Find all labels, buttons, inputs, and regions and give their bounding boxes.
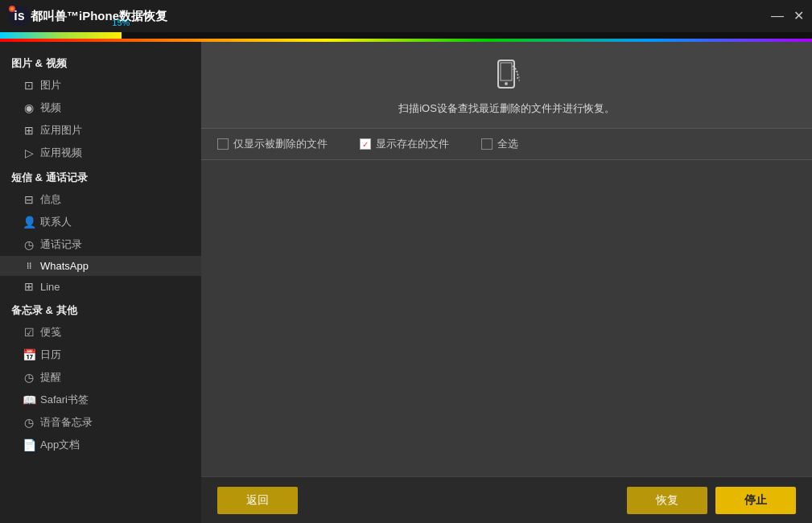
sidebar-item-safari[interactable]: 📖 Safari书签 [0, 389, 201, 411]
sidebar-item-app-photos[interactable]: ⊞ 应用图片 [0, 119, 201, 142]
sidebar-label-messages: 信息 [40, 192, 61, 207]
sidebar-item-notes[interactable]: ☑ 便笺 [0, 321, 201, 344]
sidebar-item-calls[interactable]: ◷ 通话记录 [0, 233, 201, 256]
sidebar-item-reminders[interactable]: ◷ 提醒 [0, 366, 201, 389]
checkbox-show-deleted[interactable] [217, 138, 229, 150]
option-show-deleted[interactable]: 仅显示被删除的文件 [217, 137, 328, 151]
sidebar-label-photos: 图片 [40, 78, 61, 93]
line-icon: ⊞ [23, 280, 35, 293]
option-select-all[interactable]: 全选 [481, 137, 518, 151]
restore-button[interactable]: 恢复 [627, 487, 707, 514]
notes-icon: ☑ [23, 326, 35, 339]
option-label-select-all: 全选 [497, 137, 518, 151]
close-button[interactable]: ✕ [793, 10, 804, 23]
app-logo: is [8, 5, 31, 27]
photos-icon: ⊡ [23, 79, 35, 92]
sidebar-label-voicememo: 语音备忘录 [40, 415, 93, 430]
option-label-show-existing: 显示存在的文件 [376, 137, 449, 151]
calls-icon: ◷ [23, 238, 35, 251]
scan-description: 扫描iOS设备查找最近删除的文件并进行恢复。 [217, 101, 796, 116]
sidebar-item-appdoc[interactable]: 📄 App文档 [0, 434, 201, 456]
sidebar-label-whatsapp: WhatsApp [40, 260, 89, 272]
option-label-show-deleted: 仅显示被删除的文件 [233, 137, 328, 151]
app-photos-icon: ⊞ [23, 124, 35, 137]
reminders-icon: ◷ [23, 371, 35, 384]
sidebar-category-notes: 备忘录 & 其他 [0, 297, 201, 321]
stop-button[interactable]: 停止 [715, 487, 796, 514]
svg-text:is: is [14, 9, 24, 23]
sidebar-item-voicememo[interactable]: ◷ 语音备忘录 [0, 411, 201, 434]
options-row: 仅显示被删除的文件 ✓ 显示存在的文件 全选 [201, 129, 812, 160]
sidebar-label-calendar: 日历 [40, 348, 61, 362]
svg-point-6 [505, 82, 508, 85]
bottom-bar: 返回 恢复 停止 [201, 476, 812, 523]
sidebar-category-messages: 短信 & 通话记录 [0, 164, 201, 188]
appdoc-icon: 📄 [23, 439, 35, 451]
content-area: 扫描iOS设备查找最近删除的文件并进行恢复。 仅显示被删除的文件 ✓ 显示存在的… [201, 42, 812, 523]
svg-point-3 [10, 7, 14, 10]
sidebar-label-reminders: 提醒 [40, 370, 61, 385]
contacts-icon: 👤 [23, 216, 35, 229]
progress-label: 15% [112, 18, 130, 27]
whatsapp-icon: ⁞⁞ [23, 261, 35, 271]
phone-scan-icon [487, 56, 527, 97]
app-videos-icon: ▷ [23, 146, 35, 159]
sidebar-item-calendar[interactable]: 📅 日历 [0, 344, 201, 366]
sidebar-label-contacts: 联系人 [40, 215, 72, 229]
scan-info: 扫描iOS设备查找最近删除的文件并进行恢复。 [201, 42, 812, 129]
sidebar-label-app-videos: 应用视频 [40, 146, 82, 160]
minimize-button[interactable]: — [771, 10, 784, 23]
sidebar-label-videos: 视频 [40, 101, 61, 115]
checkbox-select-all[interactable] [481, 138, 493, 150]
sidebar-item-videos[interactable]: ◉ 视频 [0, 97, 201, 119]
main-layout: 图片 & 视频 ⊡ 图片 ◉ 视频 ⊞ 应用图片 ▷ 应用视频 短信 & 通话记… [0, 42, 812, 523]
sidebar: 图片 & 视频 ⊡ 图片 ◉ 视频 ⊞ 应用图片 ▷ 应用视频 短信 & 通话记… [0, 42, 201, 523]
window-controls: — ✕ [771, 10, 804, 23]
back-button[interactable]: 返回 [217, 487, 298, 514]
sidebar-label-appdoc: App文档 [40, 438, 80, 452]
right-button-group: 恢复 停止 [627, 487, 796, 514]
app-title: 都叫兽™iPhone数据恢复 [31, 9, 167, 24]
sidebar-item-messages[interactable]: ⊟ 信息 [0, 188, 201, 211]
sidebar-item-line[interactable]: ⊞ Line [0, 276, 201, 297]
sidebar-item-contacts[interactable]: 👤 联系人 [0, 211, 201, 233]
progress-bar-fill: 15% [0, 32, 122, 39]
sidebar-label-safari: Safari书签 [40, 393, 89, 407]
svg-rect-5 [501, 63, 512, 80]
calendar-icon: 📅 [23, 348, 35, 361]
sidebar-label-notes: 便笺 [40, 325, 61, 340]
sidebar-category-media: 图片 & 视频 [0, 50, 201, 74]
sidebar-label-app-photos: 应用图片 [40, 123, 82, 138]
option-show-existing[interactable]: ✓ 显示存在的文件 [360, 137, 449, 151]
sidebar-label-line: Line [40, 281, 60, 293]
sidebar-label-calls: 通话记录 [40, 237, 82, 252]
messages-icon: ⊟ [23, 193, 35, 206]
checkbox-show-existing[interactable]: ✓ [360, 138, 371, 150]
videos-icon: ◉ [23, 101, 35, 114]
data-area [201, 160, 812, 476]
sidebar-item-photos[interactable]: ⊡ 图片 [0, 74, 201, 97]
voicememo-icon: ◷ [23, 416, 35, 429]
title-bar: is 都叫兽™iPhone数据恢复 — ✕ [0, 0, 812, 32]
sidebar-item-whatsapp[interactable]: ⁞⁞ WhatsApp [0, 256, 201, 276]
safari-icon: 📖 [23, 393, 35, 406]
sidebar-item-app-videos[interactable]: ▷ 应用视频 [0, 142, 201, 164]
progress-bar-container: 15% [0, 32, 812, 39]
